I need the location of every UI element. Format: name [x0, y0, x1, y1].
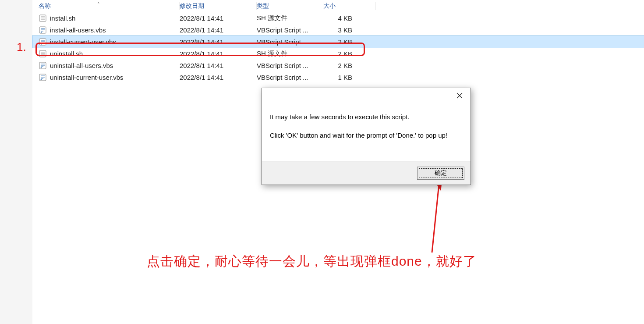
- sidebar: [0, 0, 32, 324]
- column-divider[interactable]: [375, 2, 376, 10]
- file-size: 1 KB: [323, 74, 367, 81]
- column-header-date-label: 修改日期: [180, 2, 204, 9]
- svg-point-2: [40, 32, 42, 33]
- file-list: install.sh2022/8/1 14:41SH 源文件4 KBinstal…: [32, 12, 644, 83]
- sort-asc-icon: ˄: [97, 2, 100, 7]
- ok-button[interactable]: 确定: [417, 167, 464, 180]
- dialog-button-bar: 确定: [262, 161, 471, 185]
- file-date: 2022/8/1 14:41: [180, 50, 257, 57]
- file-size: 3 KB: [323, 26, 367, 34]
- column-header-name[interactable]: 名称 ˄: [39, 2, 180, 10]
- file-date: 2022/8/1 14:41: [180, 26, 257, 34]
- file-row[interactable]: uninstall.sh2022/8/1 14:41SH 源文件2 KB: [32, 48, 644, 60]
- svg-point-9: [40, 79, 42, 80]
- annotation-step-1: 1.: [17, 40, 26, 54]
- file-name: uninstall.sh: [50, 50, 83, 57]
- file-name: uninstall-current-user.vbs: [50, 74, 124, 81]
- file-row[interactable]: install-all-users.vbs2022/8/1 14:41VBScr…: [32, 24, 644, 36]
- file-vbs-icon: [39, 38, 46, 46]
- file-date: 2022/8/1 14:41: [180, 74, 257, 81]
- dialog-text-1: It may take a few seconds to execute thi…: [270, 112, 463, 122]
- file-size: 2 KB: [323, 50, 367, 57]
- file-name: install-current-user.vbs: [50, 38, 116, 46]
- file-type: SH 源文件: [257, 50, 323, 58]
- file-row[interactable]: install.sh2022/8/1 14:41SH 源文件4 KB: [32, 12, 644, 24]
- column-header-name-label: 名称: [39, 2, 51, 10]
- dialog-body: It may take a few seconds to execute thi…: [262, 104, 471, 161]
- file-type: VBScript Script ...: [257, 38, 323, 46]
- file-name: install-all-users.vbs: [50, 26, 106, 34]
- file-vbs-icon: [39, 74, 46, 82]
- dialog-titlebar: [262, 88, 471, 104]
- file-vbs-icon: [39, 26, 46, 34]
- dialog-text-2: Click 'OK' button and wait for the promp…: [270, 130, 463, 141]
- annotation-caption: 点击确定，耐心等待一会儿，等出现弹框done，就好了: [147, 253, 477, 271]
- file-row[interactable]: uninstall-current-user.vbs2022/8/1 14:41…: [32, 71, 644, 83]
- file-sh-icon: [39, 50, 46, 58]
- column-header-size[interactable]: 大小: [323, 2, 376, 10]
- file-vbs-icon: [39, 62, 46, 70]
- file-date: 2022/8/1 14:41: [180, 14, 257, 22]
- file-type: SH 源文件: [257, 14, 323, 22]
- file-type: VBScript Script ...: [257, 26, 323, 34]
- file-sh-icon: [39, 14, 46, 22]
- column-header-size-label: 大小: [323, 2, 336, 9]
- file-name: uninstall-all-users.vbs: [50, 62, 113, 69]
- file-date: 2022/8/1 14:41: [180, 38, 257, 46]
- file-size: 2 KB: [323, 62, 367, 69]
- file-name: install.sh: [50, 14, 75, 22]
- svg-point-7: [40, 67, 42, 68]
- file-type: VBScript Script ...: [257, 62, 323, 69]
- file-date: 2022/8/1 14:41: [180, 62, 257, 69]
- file-type: VBScript Script ...: [257, 74, 323, 81]
- column-header-date[interactable]: 修改日期: [180, 2, 257, 10]
- column-header-type[interactable]: 类型: [257, 2, 323, 10]
- close-icon[interactable]: [454, 90, 465, 103]
- script-dialog: It may take a few seconds to execute thi…: [262, 88, 471, 185]
- column-header-row: 名称 ˄ 修改日期 类型 大小: [32, 0, 644, 12]
- svg-point-4: [40, 43, 42, 45]
- file-size: 2 KB: [323, 38, 367, 46]
- column-header-type-label: 类型: [257, 2, 269, 9]
- file-row[interactable]: install-current-user.vbs2022/8/1 14:41VB…: [32, 36, 644, 48]
- file-size: 4 KB: [323, 14, 367, 22]
- file-row[interactable]: uninstall-all-users.vbs2022/8/1 14:41VBS…: [32, 60, 644, 71]
